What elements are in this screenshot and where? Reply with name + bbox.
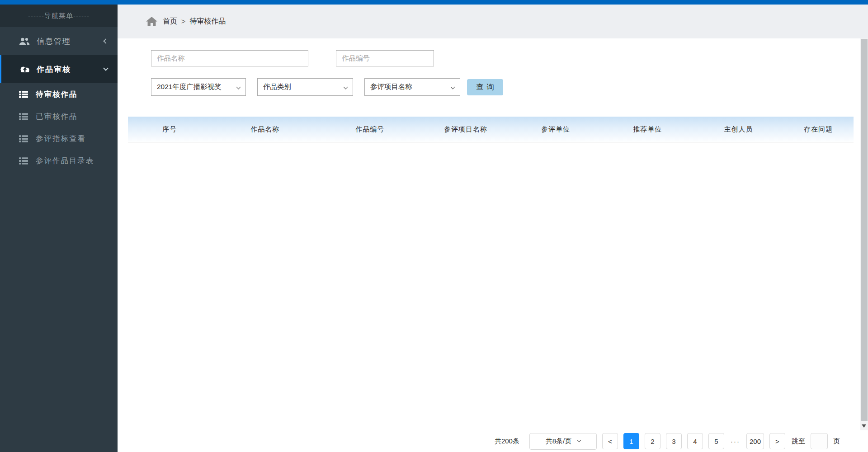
sidebar: ------导航菜单------ 信息管理 <box>0 5 118 452</box>
page-size-value: 共8条/页 <box>546 437 572 446</box>
list-icon <box>19 113 30 120</box>
breadcrumb-separator: > <box>181 18 185 26</box>
query-button[interactable]: 查询 <box>467 79 503 95</box>
next-page-button[interactable]: > <box>769 433 785 449</box>
chevron-down-icon <box>451 85 455 89</box>
column-header-work-code: 作品编号 <box>319 125 421 134</box>
prev-page-button[interactable]: < <box>602 433 618 449</box>
table-header-row: 序号 作品名称 作品编号 参评项目名称 参评单位 推荐单位 主创人员 存在问题 <box>128 117 854 142</box>
pagination-ellipsis: ··· <box>731 438 740 445</box>
scrollbar-down-arrow-icon[interactable] <box>862 424 866 428</box>
column-header-recommend-unit: 推荐单位 <box>601 125 693 134</box>
pagination: 共200条 共8条/页 < 1 2 3 4 5 ··· 200 > 跳至 页 <box>118 430 868 452</box>
sidebar-item-pending-works[interactable]: 待审核作品 <box>0 83 118 105</box>
main-area: 首页 > 待审核作品 2021年度广播影视奖 作品类别 参评项目名称 <box>118 5 868 452</box>
work-category-select-value: 作品类别 <box>263 82 291 92</box>
page-button-1[interactable]: 1 <box>623 433 639 449</box>
chevron-down-icon <box>236 85 241 89</box>
home-icon <box>146 17 157 26</box>
column-header-index: 序号 <box>128 125 212 134</box>
scrollbar-thumb[interactable] <box>861 39 868 421</box>
page-button-4[interactable]: 4 <box>687 433 703 449</box>
chevron-down-icon <box>103 66 108 71</box>
project-name-select-value: 参评项目名称 <box>370 82 412 92</box>
sidebar-item-work-review[interactable]: 作品审核 <box>0 55 118 83</box>
page-button-5[interactable]: 5 <box>708 433 724 449</box>
page-button-3[interactable]: 3 <box>666 433 682 449</box>
sidebar-item-entry-catalog[interactable]: 参评作品目录表 <box>0 150 118 172</box>
work-code-input[interactable] <box>336 50 434 66</box>
sidebar-item-label: 作品审核 <box>37 64 104 75</box>
search-form: 2021年度广播影视奖 作品类别 参评项目名称 查询 <box>118 38 868 96</box>
pagination-total: 共200条 <box>495 437 519 446</box>
list-icon <box>19 157 30 165</box>
breadcrumb: 首页 > 待审核作品 <box>118 5 868 38</box>
vertical-scrollbar[interactable] <box>860 38 868 430</box>
column-header-issues: 存在问题 <box>783 125 854 134</box>
column-header-creators: 主创人员 <box>694 125 783 134</box>
top-accent-bar <box>0 0 868 5</box>
column-header-work-name: 作品名称 <box>212 125 319 134</box>
column-header-project-name: 参评项目名称 <box>421 125 510 134</box>
sidebar-item-label: 已审核作品 <box>36 112 78 122</box>
list-icon <box>19 91 30 98</box>
jump-page-input[interactable] <box>811 433 828 449</box>
chevron-down-icon <box>577 438 581 442</box>
column-header-entry-unit: 参评单位 <box>510 125 601 134</box>
works-table: 序号 作品名称 作品编号 参评项目名称 参评单位 推荐单位 主创人员 存在问题 <box>128 117 854 142</box>
work-name-input[interactable] <box>151 50 308 66</box>
sidebar-item-reviewed-works[interactable]: 已审核作品 <box>0 105 118 127</box>
chevron-left-icon <box>103 38 108 43</box>
cloud-upload-icon <box>19 65 31 74</box>
sidebar-item-label: 参评指标查看 <box>36 134 86 144</box>
page-button-200[interactable]: 200 <box>746 433 764 449</box>
project-name-select[interactable]: 参评项目名称 <box>364 78 460 96</box>
list-icon <box>19 135 30 142</box>
work-category-select[interactable]: 作品类别 <box>257 78 353 96</box>
page-button-2[interactable]: 2 <box>645 433 660 449</box>
nav-menu-header: ------导航菜单------ <box>0 5 118 27</box>
award-year-select-value: 2021年度广播影视奖 <box>157 82 222 92</box>
jump-page-suffix: 页 <box>833 437 840 446</box>
breadcrumb-home-link[interactable]: 首页 <box>163 17 177 26</box>
content-panel: 2021年度广播影视奖 作品类别 参评项目名称 查询 序号 作品名称 作品编号 <box>118 38 868 430</box>
sidebar-item-label: 待审核作品 <box>36 89 78 99</box>
breadcrumb-current-page: 待审核作品 <box>189 17 226 26</box>
sidebar-item-label: 信息管理 <box>37 36 104 47</box>
sidebar-item-info-management[interactable]: 信息管理 <box>0 27 118 55</box>
award-year-select[interactable]: 2021年度广播影视奖 <box>151 78 246 96</box>
jump-to-label: 跳至 <box>792 437 805 446</box>
sidebar-item-label: 参评作品目录表 <box>36 156 94 166</box>
chevron-down-icon <box>344 85 348 89</box>
users-icon <box>19 37 31 46</box>
page-size-select[interactable]: 共8条/页 <box>529 433 597 450</box>
sidebar-item-evaluation-indicators[interactable]: 参评指标查看 <box>0 127 118 150</box>
